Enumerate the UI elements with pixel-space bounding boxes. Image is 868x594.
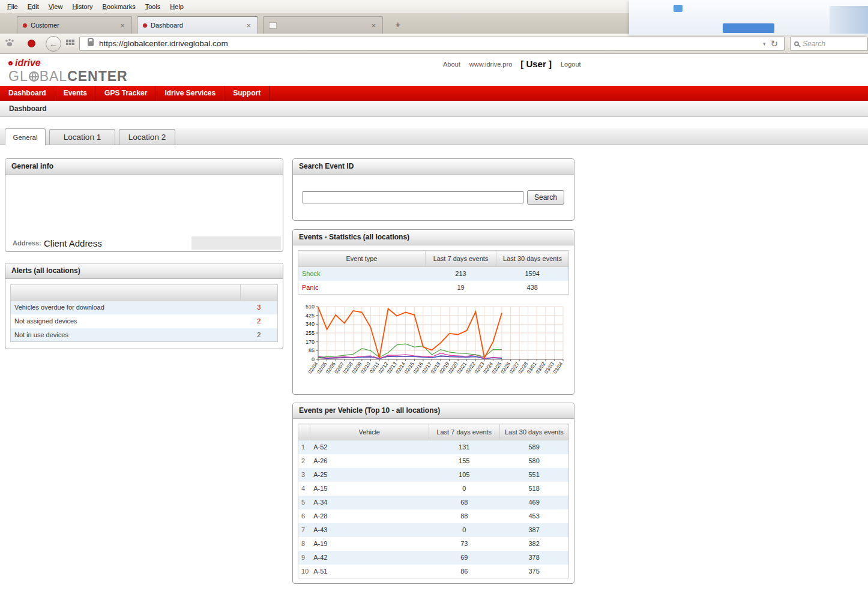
events-per-vehicle-panel: Events per Vehicle (Top 10 - all locatio… xyxy=(292,403,574,584)
close-icon[interactable]: × xyxy=(370,20,377,31)
idrive-favicon-icon xyxy=(143,23,147,28)
svg-text:03/04: 03/04 xyxy=(552,361,564,374)
table-row: Not in use devices 2 xyxy=(11,328,278,342)
table-row: Vehicles overdue for download 3 xyxy=(11,301,278,314)
table-row: 7 A-43 0 387 xyxy=(298,523,569,537)
browser-search-input[interactable] xyxy=(803,40,864,48)
brand-center: CENTER xyxy=(67,69,128,84)
search-event-panel: Search Event ID Search xyxy=(292,158,574,221)
nav-gps-tracker[interactable]: GPS Tracker xyxy=(96,86,156,101)
overlay-window-icon xyxy=(674,5,683,12)
column-header: Last 7 days events xyxy=(426,251,496,267)
event-id-input[interactable] xyxy=(303,191,523,203)
overlay-window-button xyxy=(723,23,774,33)
menu-bookmarks[interactable]: Bookmarks xyxy=(98,1,140,12)
brand-global-left: GL xyxy=(8,69,28,84)
overlapping-window-artifact xyxy=(629,0,868,35)
column-header: Last 30 days events xyxy=(499,424,568,440)
address-label: Address: xyxy=(5,239,44,247)
menu-tools[interactable]: Tools xyxy=(140,1,166,12)
breadcrumb: Dashboard xyxy=(0,101,868,116)
events-statistics-table: Event type Last 7 days events Last 30 da… xyxy=(298,250,569,295)
tab-title: Dashboard xyxy=(151,22,241,29)
brand-global-right: BAL xyxy=(40,69,67,84)
breadcrumb-bar: Dashboard xyxy=(0,101,868,117)
svg-text:510: 510 xyxy=(306,304,315,310)
browser-tab-dashboard[interactable]: Dashboard × xyxy=(137,16,258,34)
idrive-logo: idrive GL BAL CENTER xyxy=(8,58,128,84)
tab-title: Customer xyxy=(31,22,115,29)
reload-icon[interactable]: ↻ xyxy=(768,38,780,49)
close-icon[interactable]: × xyxy=(245,20,252,31)
table-row: 1 A-52 131 589 xyxy=(298,440,569,454)
logout-link[interactable]: Logout xyxy=(561,61,581,68)
navigation-toolbar: ← https://globalcenter.idriveglobal.com … xyxy=(0,34,868,54)
events-chart: 08517025534042551002/0402/0502/0602/0702… xyxy=(298,303,569,387)
address-bar[interactable]: https://globalcenter.idriveglobal.com ▾ … xyxy=(79,37,785,51)
table-row: 8 A-19 73 382 xyxy=(298,537,569,551)
column-header: Last 30 days events xyxy=(496,251,569,267)
table-row: 10 A-51 86 375 xyxy=(298,565,569,578)
address-row: Address: Client Address xyxy=(5,236,283,250)
site-link[interactable]: www.idrive.pro xyxy=(469,61,513,68)
svg-text:340: 340 xyxy=(306,321,315,327)
chevron-down-icon[interactable]: ▾ xyxy=(760,41,769,47)
back-button[interactable]: ← xyxy=(46,36,61,52)
menu-edit[interactable]: Edit xyxy=(23,1,44,12)
panel-title: General info xyxy=(5,159,283,175)
svg-text:85: 85 xyxy=(309,347,315,353)
close-icon[interactable]: × xyxy=(119,20,126,31)
search-icon xyxy=(794,41,799,46)
page-thumbnail-icon xyxy=(269,22,277,29)
url-text: https://globalcenter.idriveglobal.com xyxy=(99,39,760,48)
idrive-logo-mark-icon xyxy=(8,61,13,65)
address-value: Client Address xyxy=(44,238,191,248)
panel-title: Alerts (all locations) xyxy=(5,263,283,279)
tab-location-1[interactable]: Location 1 xyxy=(49,129,115,145)
browser-search-box[interactable] xyxy=(790,37,868,51)
nav-support[interactable]: Support xyxy=(225,86,270,101)
brand-name: idrive xyxy=(15,58,41,68)
column-header: Vehicle xyxy=(310,424,429,440)
events-statistics-panel: Events - Statistics (all locations) Even… xyxy=(292,229,574,395)
apps-grid-icon[interactable] xyxy=(66,38,74,49)
table-row: 9 A-42 69 378 xyxy=(298,551,569,565)
nav-dashboard[interactable]: Dashboard xyxy=(0,86,55,101)
nav-idrive-services[interactable]: Idrive Services xyxy=(156,86,225,101)
tab-general[interactable]: General xyxy=(5,128,46,145)
page-content: idrive GL BAL CENTER About www.idrive.pr… xyxy=(0,54,868,594)
menu-view[interactable]: View xyxy=(44,1,68,12)
browser-chrome: File Edit View History Bookmarks Tools H… xyxy=(0,0,868,54)
svg-text:170: 170 xyxy=(306,339,315,345)
column-header xyxy=(298,424,310,440)
alerts-panel: Alerts (all locations) Vehicles overdue … xyxy=(5,263,283,349)
search-button[interactable]: Search xyxy=(527,190,564,205)
browser-tab-customer[interactable]: Customer × xyxy=(17,16,132,34)
alerts-header-blank xyxy=(11,284,241,301)
alerts-header-value xyxy=(241,284,278,301)
panel-title: Events per Vehicle (Top 10 - all locatio… xyxy=(293,403,574,419)
idrive-favicon-icon xyxy=(23,23,27,28)
table-row: 2 A-26 155 580 xyxy=(298,454,569,468)
table-row: Shock 213 1594 xyxy=(298,267,569,281)
menu-history[interactable]: History xyxy=(67,1,97,12)
addon-paw-icon[interactable] xyxy=(5,38,14,49)
column-header: Event type xyxy=(298,251,426,267)
events-chart-container: 08517025534042551002/0402/0502/0602/0702… xyxy=(298,303,569,389)
nav-events[interactable]: Events xyxy=(55,86,96,101)
new-tab-button[interactable]: + xyxy=(391,19,405,31)
menu-help[interactable]: Help xyxy=(165,1,188,12)
dashboard-tabstrip: General Location 1 Location 2 xyxy=(0,128,868,145)
about-link[interactable]: About xyxy=(443,61,460,68)
table-row: Not assigned devices 2 xyxy=(11,314,278,328)
browser-tab-blank[interactable]: × xyxy=(263,16,383,34)
record-button[interactable] xyxy=(28,40,35,47)
table-row: 4 A-15 0 518 xyxy=(298,482,569,496)
alerts-table: Vehicles overdue for download 3 Not assi… xyxy=(10,284,278,342)
globe-icon xyxy=(29,71,39,82)
menu-file[interactable]: File xyxy=(2,1,23,12)
table-row: 3 A-25 105 551 xyxy=(298,468,569,482)
tab-location-2[interactable]: Location 2 xyxy=(119,129,175,145)
table-row: 6 A-28 88 453 xyxy=(298,509,569,523)
user-label[interactable]: [ User ] xyxy=(520,59,552,69)
